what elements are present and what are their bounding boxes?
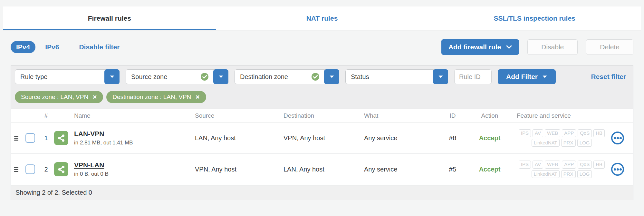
firewall-rules-page: Firewall rules NAT rules SSL/TLS inspect… (0, 6, 644, 200)
feature-badge: LOG (577, 170, 592, 178)
filter-row: Rule type Source zone Destination zone (11, 66, 633, 88)
chevron-down-icon[interactable] (213, 69, 228, 84)
feature-badge: WEB (545, 129, 560, 137)
rule-name-link[interactable]: LAN-VPN (74, 130, 104, 138)
table-footer: Showing 2 of 2. Selected 0 (11, 185, 633, 200)
row-menu-ellipsis-icon[interactable] (611, 132, 624, 144)
add-filter-label: Add Filter (506, 73, 538, 81)
tab-firewall-rules[interactable]: Firewall rules (3, 6, 216, 30)
column-header-feature-and-service: Feature and service (512, 112, 611, 119)
feature-badge: AV (533, 129, 543, 137)
rule-action-status: Accept (467, 166, 512, 173)
add-firewall-rule-button[interactable]: Add firewall rule (441, 39, 519, 55)
feature-badge: WEB (545, 161, 560, 169)
toolbar-actions: Add firewall rule Disable Delete (441, 39, 633, 55)
ipv6-toggle[interactable]: IPv6 (45, 43, 59, 51)
column-header-id: ID (438, 112, 467, 119)
toolbar: IPv4 IPv6 Disable filter Add firewall ru… (11, 39, 633, 55)
feature-badge: IPS (519, 161, 531, 169)
delete-button[interactable]: Delete (586, 39, 633, 55)
feature-badge: APP (562, 129, 576, 137)
table-summary: Showing 2 of 2. Selected 0 (15, 189, 92, 196)
filter-applied-check-icon (311, 73, 320, 81)
feature-badge: AV (533, 161, 543, 169)
dropdown-label: Source zone (126, 73, 200, 81)
ipv4-toggle[interactable]: IPv4 (11, 41, 35, 53)
rule-destination: LAN, Any host (284, 166, 364, 173)
share-network-icon[interactable] (54, 162, 68, 176)
tab-nat-rules[interactable]: NAT rules (216, 6, 428, 30)
feature-badge: LOG (577, 139, 592, 147)
rule-source: LAN, Any host (195, 134, 284, 142)
feature-badge: PRX (561, 139, 576, 147)
rule-traffic: in 0 B, out 0 B (74, 171, 195, 177)
chevron-down-icon (542, 75, 547, 78)
feature-badge: APP (562, 161, 576, 169)
close-icon[interactable]: ✕ (195, 94, 200, 100)
tab-ssl-tls-inspection-rules[interactable]: SSL/TLS inspection rules (428, 6, 641, 30)
rule-id: #8 (438, 134, 467, 142)
feature-badge: PRX (561, 170, 576, 178)
feature-badges: IPS AV WEB APP QoS HB LinkedNAT PRX LOG (512, 161, 611, 178)
share-network-icon[interactable] (54, 131, 68, 145)
column-header-what: What (364, 112, 438, 119)
rule-what: Any service (364, 134, 438, 142)
table-row: 2 VPN-LAN in 0 B, out 0 B VPN, Any host … (11, 154, 633, 185)
chevron-down-icon[interactable] (104, 69, 120, 84)
rule-what: Any service (364, 166, 438, 173)
column-header-name: Name (74, 112, 195, 119)
chip-label: Destination zone : LAN, VPN (112, 93, 191, 101)
rule-name-link[interactable]: VPN-LAN (74, 161, 104, 169)
feature-badge: HB (593, 129, 605, 137)
tab-label: SSL/TLS inspection rules (494, 15, 575, 22)
chevron-down-icon (506, 45, 512, 49)
filter-chip-destination-zone: Destination zone : LAN, VPN ✕ (106, 91, 206, 103)
chevron-down-icon[interactable] (324, 69, 339, 84)
feature-badge: QoS (578, 129, 592, 137)
filter-applied-check-icon (200, 73, 209, 81)
filter-dropdown-rule-type[interactable]: Rule type (15, 69, 120, 84)
filter-dropdown-status[interactable]: Status (345, 69, 448, 84)
drag-handle[interactable] (14, 136, 18, 141)
column-header-destination: Destination (284, 112, 364, 119)
chip-label: Source zone : LAN, VPN (21, 93, 88, 101)
row-checkbox[interactable] (25, 164, 35, 174)
table-header-row: # Name Source Destination What ID Action… (11, 109, 633, 123)
column-header-source: Source (195, 112, 284, 119)
row-menu-ellipsis-icon[interactable] (611, 163, 624, 176)
tab-label: NAT rules (306, 15, 338, 22)
dropdown-label: Rule type (15, 73, 102, 81)
rule-action-status: Accept (467, 134, 512, 142)
disable-filter-link[interactable]: Disable filter (79, 43, 120, 51)
rule-name-cell: VPN-LAN in 0 B, out 0 B (74, 161, 195, 177)
disable-button[interactable]: Disable (527, 39, 578, 55)
tab-bar: Firewall rules NAT rules SSL/TLS inspect… (3, 6, 641, 30)
feature-badge: QoS (578, 161, 592, 169)
column-header-number: # (38, 112, 54, 119)
row-checkbox[interactable] (25, 133, 35, 143)
filter-chip-source-zone: Source zone : LAN, VPN ✕ (15, 91, 103, 103)
rules-panel: Rule type Source zone Destination zone (11, 65, 633, 200)
dropdown-label: Destination zone (235, 73, 311, 81)
row-number: 2 (38, 166, 54, 173)
drag-handle[interactable] (14, 167, 18, 172)
close-icon[interactable]: ✕ (92, 94, 97, 100)
rule-name-cell: LAN-VPN in 2.81 MB, out 1.41 MB (74, 130, 195, 146)
feature-badges: IPS AV WEB APP QoS HB LinkedNAT PRX LOG (512, 129, 611, 147)
column-header-action: Action (467, 112, 512, 119)
reset-filter-link[interactable]: Reset filter (591, 73, 629, 81)
feature-badge: IPS (519, 129, 531, 137)
rule-traffic: in 2.81 MB, out 1.41 MB (74, 140, 195, 146)
filter-dropdown-source-zone[interactable]: Source zone (126, 69, 228, 84)
rule-destination: VPN, Any host (284, 134, 364, 142)
firewall-rules-table: # Name Source Destination What ID Action… (11, 109, 633, 185)
feature-badge: HB (593, 161, 605, 169)
rule-id-input[interactable] (454, 69, 492, 84)
add-filter-button[interactable]: Add Filter (498, 69, 556, 84)
tab-label: Firewall rules (88, 15, 131, 22)
rule-source: VPN, Any host (195, 166, 284, 173)
feature-badge: LinkedNAT (532, 139, 560, 147)
filter-dropdown-destination-zone[interactable]: Destination zone (235, 69, 339, 84)
dropdown-label: Status (346, 73, 431, 81)
chevron-down-icon[interactable] (433, 69, 448, 84)
